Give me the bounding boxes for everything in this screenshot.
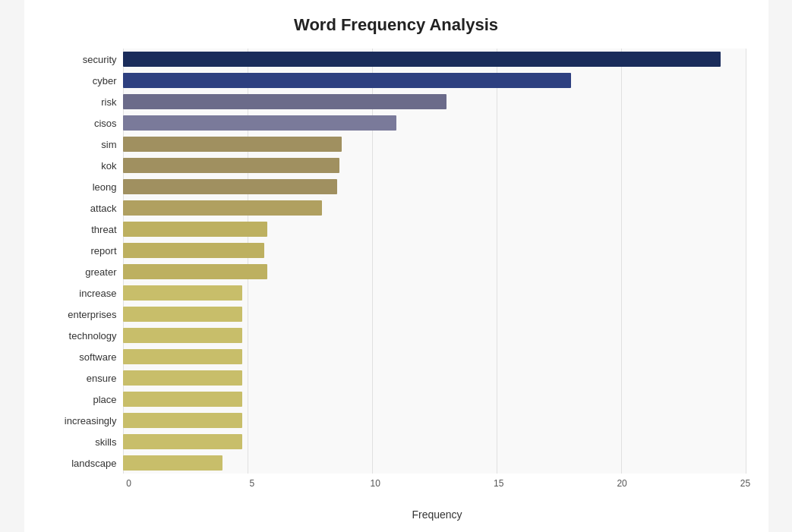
bar-row [123,70,746,91]
bar-row [123,134,746,155]
y-labels: securitycyberriskcisossimkokleongattackt… [47,49,123,474]
bar-row [123,219,746,240]
bar [123,179,337,194]
bar [123,158,339,173]
x-tick-label: 5 [250,478,255,489]
x-ticks: 0510152025 [129,478,746,493]
y-label: software [79,346,116,367]
chart-title: Word Frequency Analysis [47,15,746,35]
bar [123,307,242,322]
bar-row [123,91,746,112]
bar-row [123,282,746,304]
grid-line [746,49,746,474]
bar-row [123,112,746,134]
y-label: ensure [87,367,117,389]
chart-area: securitycyberriskcisossimkokleongattackt… [47,49,746,474]
bar-row [123,346,746,367]
bar [123,370,242,386]
y-label: enterprises [68,304,116,325]
bar [123,137,342,152]
bar-row [123,367,746,389]
x-axis-label: Frequency [129,508,746,521]
bar-row [123,261,746,282]
bar [123,222,267,237]
y-label: security [83,49,117,70]
x-tick-label: 25 [740,478,750,489]
bar [123,434,242,449]
bar [123,243,265,258]
y-label: greater [85,261,116,282]
y-label: technology [69,325,117,346]
y-label: risk [101,91,116,112]
chart-container: Word Frequency Analysis securitycyberris… [24,0,768,532]
bar-row [123,176,746,197]
bar [123,264,267,279]
bar-row [123,325,746,346]
bar [123,455,222,471]
y-label: cisos [94,112,117,134]
y-label: place [93,389,116,410]
y-label: increase [79,282,116,304]
y-label: kok [101,155,116,176]
bar-row [123,197,746,219]
bar-row [123,431,746,452]
bar [123,328,242,343]
bar [123,413,242,428]
bar [123,115,397,131]
bar-row [123,389,746,410]
y-label: landscape [71,452,116,474]
x-tick-label: 15 [494,478,503,489]
bars-grid [123,49,746,474]
bar [123,200,322,216]
y-label: cyber [93,70,117,91]
bar-row [123,304,746,325]
y-label: sim [101,134,116,155]
bar-row [123,452,746,474]
bar [123,94,446,109]
y-label: increasingly [65,410,117,431]
y-label: threat [91,219,116,240]
bar-row [123,49,746,70]
x-axis-area: 0510152025 Frequency [129,478,746,521]
bar [123,349,242,364]
x-tick-label: 0 [126,478,131,489]
y-label: leong [93,176,117,197]
bar [123,285,242,301]
bar [123,52,721,67]
x-tick-label: 10 [371,478,380,489]
y-label: attack [90,197,117,219]
bar [123,73,571,88]
bar-row [123,410,746,431]
bar-row [123,155,746,176]
y-label: report [91,240,117,261]
bar [123,392,242,407]
x-tick-label: 20 [617,478,626,489]
y-label: skills [95,431,116,452]
bar-row [123,240,746,261]
